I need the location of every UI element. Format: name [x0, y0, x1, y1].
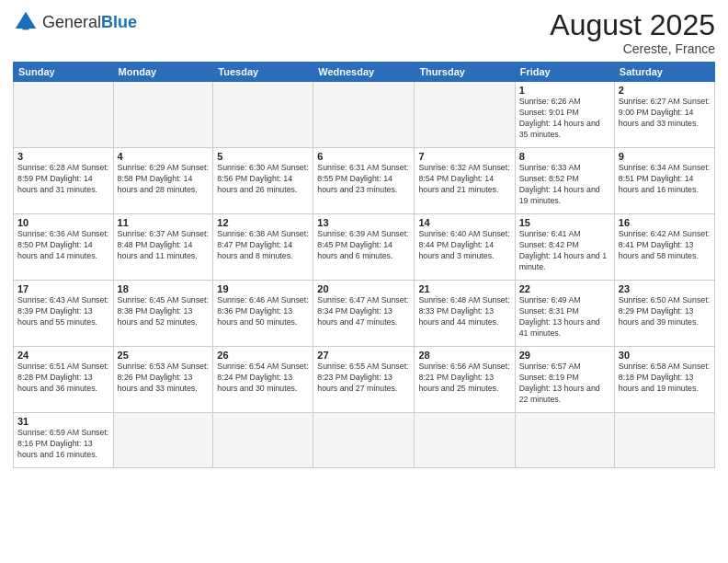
col-thursday: Thursday: [415, 63, 515, 82]
calendar-cell: 27Sunrise: 6:55 AM Sunset: 8:23 PM Dayli…: [313, 347, 415, 413]
day-number: 13: [317, 217, 410, 228]
day-info: Sunrise: 6:31 AM Sunset: 8:55 PM Dayligh…: [317, 163, 410, 196]
day-number: 30: [619, 350, 711, 361]
main-title: August 2025: [550, 9, 715, 41]
day-number: 27: [317, 350, 410, 361]
day-number: 7: [418, 151, 510, 162]
calendar-cell: 17Sunrise: 6:43 AM Sunset: 8:39 PM Dayli…: [14, 281, 114, 347]
calendar-cell: 11Sunrise: 6:37 AM Sunset: 8:48 PM Dayli…: [113, 214, 213, 281]
calendar-cell: 8Sunrise: 6:33 AM Sunset: 8:52 PM Daylig…: [515, 148, 614, 214]
day-info: Sunrise: 6:27 AM Sunset: 9:00 PM Dayligh…: [619, 97, 711, 130]
day-number: 10: [17, 217, 109, 228]
calendar-cell: 16Sunrise: 6:42 AM Sunset: 8:41 PM Dayli…: [614, 214, 714, 281]
day-number: 20: [317, 283, 410, 294]
col-friday: Friday: [515, 63, 614, 82]
day-info: Sunrise: 6:29 AM Sunset: 8:58 PM Dayligh…: [118, 163, 210, 196]
day-number: 26: [217, 350, 309, 361]
calendar-cell: [213, 82, 313, 148]
day-info: Sunrise: 6:55 AM Sunset: 8:23 PM Dayligh…: [317, 362, 410, 395]
calendar-cell: 22Sunrise: 6:49 AM Sunset: 8:31 PM Dayli…: [515, 281, 614, 347]
day-info: Sunrise: 6:40 AM Sunset: 8:44 PM Dayligh…: [418, 229, 510, 262]
calendar-week-row: 31Sunrise: 6:59 AM Sunset: 8:16 PM Dayli…: [14, 413, 715, 468]
logo: GeneralBlue: [13, 9, 137, 35]
calendar-cell: [614, 413, 714, 468]
day-info: Sunrise: 6:33 AM Sunset: 8:52 PM Dayligh…: [519, 163, 610, 207]
day-number: 18: [118, 283, 210, 294]
day-info: Sunrise: 6:37 AM Sunset: 8:48 PM Dayligh…: [118, 229, 210, 262]
day-info: Sunrise: 6:58 AM Sunset: 8:18 PM Dayligh…: [619, 362, 711, 395]
day-number: 25: [118, 350, 210, 361]
day-info: Sunrise: 6:57 AM Sunset: 8:19 PM Dayligh…: [519, 362, 610, 406]
title-block: August 2025 Cereste, France: [550, 9, 715, 56]
day-number: 1: [519, 85, 610, 96]
calendar-cell: 4Sunrise: 6:29 AM Sunset: 8:58 PM Daylig…: [113, 148, 213, 214]
day-info: Sunrise: 6:36 AM Sunset: 8:50 PM Dayligh…: [17, 229, 109, 262]
calendar-cell: 30Sunrise: 6:58 AM Sunset: 8:18 PM Dayli…: [614, 347, 714, 413]
day-number: 5: [217, 151, 309, 162]
day-number: 4: [118, 151, 210, 162]
calendar-cell: [213, 413, 313, 468]
calendar-cell: [515, 413, 614, 468]
day-number: 3: [17, 151, 109, 162]
col-sunday: Sunday: [14, 63, 114, 82]
calendar-cell: 18Sunrise: 6:45 AM Sunset: 8:38 PM Dayli…: [113, 281, 213, 347]
calendar-cell: 2Sunrise: 6:27 AM Sunset: 9:00 PM Daylig…: [614, 82, 714, 148]
calendar-header-row: Sunday Monday Tuesday Wednesday Thursday…: [14, 63, 715, 82]
day-number: 24: [17, 350, 109, 361]
calendar-table: Sunday Monday Tuesday Wednesday Thursday…: [13, 62, 715, 468]
day-info: Sunrise: 6:42 AM Sunset: 8:41 PM Dayligh…: [619, 229, 711, 262]
day-info: Sunrise: 6:53 AM Sunset: 8:26 PM Dayligh…: [118, 362, 210, 395]
col-saturday: Saturday: [614, 63, 714, 82]
calendar-cell: [14, 82, 114, 148]
calendar-cell: 3Sunrise: 6:28 AM Sunset: 8:59 PM Daylig…: [14, 148, 114, 214]
calendar-week-row: 3Sunrise: 6:28 AM Sunset: 8:59 PM Daylig…: [14, 148, 715, 214]
col-monday: Monday: [113, 63, 213, 82]
calendar-cell: 28Sunrise: 6:56 AM Sunset: 8:21 PM Dayli…: [415, 347, 515, 413]
col-wednesday: Wednesday: [313, 63, 415, 82]
calendar-cell: 21Sunrise: 6:48 AM Sunset: 8:33 PM Dayli…: [415, 281, 515, 347]
calendar-cell: 19Sunrise: 6:46 AM Sunset: 8:36 PM Dayli…: [213, 281, 313, 347]
day-number: 28: [418, 350, 510, 361]
calendar-week-row: 17Sunrise: 6:43 AM Sunset: 8:39 PM Dayli…: [14, 281, 715, 347]
calendar-cell: 26Sunrise: 6:54 AM Sunset: 8:24 PM Dayli…: [213, 347, 313, 413]
calendar-cell: 10Sunrise: 6:36 AM Sunset: 8:50 PM Dayli…: [14, 214, 114, 281]
day-info: Sunrise: 6:26 AM Sunset: 9:01 PM Dayligh…: [519, 97, 610, 141]
day-number: 15: [519, 217, 610, 228]
day-number: 31: [17, 416, 109, 427]
day-number: 11: [118, 217, 210, 228]
day-number: 9: [619, 151, 711, 162]
day-info: Sunrise: 6:39 AM Sunset: 8:45 PM Dayligh…: [317, 229, 410, 262]
calendar-cell: [313, 82, 415, 148]
day-number: 6: [317, 151, 410, 162]
day-number: 8: [519, 151, 610, 162]
calendar-cell: [113, 413, 213, 468]
calendar-cell: 9Sunrise: 6:34 AM Sunset: 8:51 PM Daylig…: [614, 148, 714, 214]
header: GeneralBlue August 2025 Cereste, France: [13, 9, 715, 56]
svg-rect-1: [23, 23, 29, 29]
calendar-cell: [113, 82, 213, 148]
col-tuesday: Tuesday: [213, 63, 313, 82]
day-number: 12: [217, 217, 309, 228]
day-info: Sunrise: 6:46 AM Sunset: 8:36 PM Dayligh…: [217, 295, 309, 328]
calendar-cell: 14Sunrise: 6:40 AM Sunset: 8:44 PM Dayli…: [415, 214, 515, 281]
day-number: 29: [519, 350, 610, 361]
calendar-cell: 29Sunrise: 6:57 AM Sunset: 8:19 PM Dayli…: [515, 347, 614, 413]
day-number: 19: [217, 283, 309, 294]
calendar-cell: 20Sunrise: 6:47 AM Sunset: 8:34 PM Dayli…: [313, 281, 415, 347]
calendar-cell: 25Sunrise: 6:53 AM Sunset: 8:26 PM Dayli…: [113, 347, 213, 413]
day-info: Sunrise: 6:43 AM Sunset: 8:39 PM Dayligh…: [17, 295, 109, 328]
subtitle: Cereste, France: [550, 41, 715, 56]
day-info: Sunrise: 6:38 AM Sunset: 8:47 PM Dayligh…: [217, 229, 309, 262]
day-info: Sunrise: 6:59 AM Sunset: 8:16 PM Dayligh…: [17, 428, 109, 461]
calendar-cell: [415, 413, 515, 468]
calendar-cell: 6Sunrise: 6:31 AM Sunset: 8:55 PM Daylig…: [313, 148, 415, 214]
day-info: Sunrise: 6:49 AM Sunset: 8:31 PM Dayligh…: [519, 295, 610, 339]
day-info: Sunrise: 6:34 AM Sunset: 8:51 PM Dayligh…: [619, 163, 711, 196]
calendar-cell: 7Sunrise: 6:32 AM Sunset: 8:54 PM Daylig…: [415, 148, 515, 214]
calendar-cell: [313, 413, 415, 468]
calendar-cell: 12Sunrise: 6:38 AM Sunset: 8:47 PM Dayli…: [213, 214, 313, 281]
day-info: Sunrise: 6:48 AM Sunset: 8:33 PM Dayligh…: [418, 295, 510, 328]
day-info: Sunrise: 6:32 AM Sunset: 8:54 PM Dayligh…: [418, 163, 510, 196]
calendar-cell: [415, 82, 515, 148]
generalblue-icon: [13, 9, 39, 35]
